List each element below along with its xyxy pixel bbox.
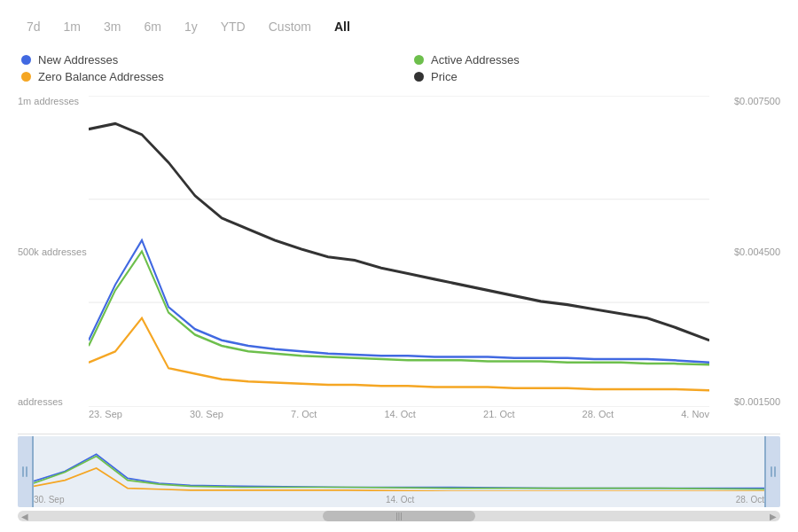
x-label-7: 4. Nov (681, 409, 709, 419)
mini-chart: 30. Sep 14. Oct 28. Oct (18, 436, 780, 507)
mini-left-handle[interactable] (18, 436, 34, 507)
x-label-3: 7. Oct (291, 409, 317, 419)
y-right-label-top: $0.007500 (734, 96, 780, 106)
legend-label-active-addresses: Active Addresses (431, 53, 520, 66)
legend-label-price: Price (431, 70, 458, 83)
mini-x-label-2: 14. Oct (386, 495, 414, 505)
x-label-6: 28. Oct (583, 409, 614, 419)
right-handle-icon (771, 466, 776, 477)
filter-btn-6m[interactable]: 6m (135, 16, 169, 37)
scrollbar-thumb[interactable]: ||| (323, 511, 475, 521)
mini-x-label-3: 28. Oct (736, 495, 764, 505)
chart-area: 1m addresses 500k addresses addresses $0… (18, 96, 780, 523)
mini-right-handle[interactable] (764, 436, 780, 507)
x-label-2: 30. Sep (190, 409, 223, 419)
chart-svg-container (89, 96, 709, 407)
filter-btn-ytd[interactable]: YTD (212, 16, 254, 37)
mini-x-label-1: 30. Sep (34, 495, 64, 505)
scrollbar-area: ◀ ||| ▶ (18, 509, 780, 523)
y-axis-left: 1m addresses 500k addresses addresses (18, 96, 87, 407)
scrollbar-right-arrow[interactable]: ▶ (770, 512, 777, 521)
time-filter-bar: 7d1m3m6m1yYTDCustomAll (18, 16, 780, 37)
filter-btn-1y[interactable]: 1y (176, 16, 207, 37)
chart-legend: New Addresses Active Addresses Zero Bala… (18, 53, 780, 83)
left-handle-icon (22, 466, 27, 477)
y-left-label-mid: 500k addresses (18, 246, 87, 257)
legend-label-new-addresses: New Addresses (38, 53, 118, 66)
legend-item-price: Price (414, 70, 780, 83)
legend-item-new-addresses: New Addresses (21, 53, 387, 66)
legend-dot-zero-balance (21, 72, 31, 82)
y-right-label-mid: $0.004500 (734, 246, 780, 257)
filter-btn-1m[interactable]: 1m (55, 16, 90, 37)
filter-btn-3m[interactable]: 3m (95, 16, 129, 37)
mini-chart-svg (34, 436, 764, 491)
scrollbar-thumb-indicator: ||| (395, 512, 402, 520)
x-axis: 23. Sep 30. Sep 7. Oct 14. Oct 21. Oct 2… (89, 409, 709, 434)
mini-x-axis: 30. Sep 14. Oct 28. Oct (34, 491, 764, 507)
legend-dot-price (414, 72, 424, 82)
x-label-1: 23. Sep (89, 409, 122, 419)
legend-label-zero-balance: Zero Balance Addresses (38, 70, 164, 83)
scrollbar-track[interactable]: ◀ ||| ▶ (18, 511, 780, 521)
y-left-label-bot: addresses (18, 396, 87, 407)
filter-btn-all[interactable]: All (325, 16, 359, 37)
filter-btn-custom[interactable]: Custom (260, 16, 320, 37)
main-chart: 1m addresses 500k addresses addresses $0… (18, 96, 780, 434)
mini-chart-inner (34, 436, 764, 491)
legend-item-active-addresses: Active Addresses (414, 53, 780, 66)
x-label-4: 14. Oct (384, 409, 415, 419)
y-axis-right: $0.007500 $0.004500 $0.001500 (734, 96, 780, 407)
legend-item-zero-balance: Zero Balance Addresses (21, 70, 387, 83)
y-right-label-bot: $0.001500 (734, 396, 780, 407)
y-left-label-top: 1m addresses (18, 96, 87, 106)
main-chart-svg (89, 96, 709, 407)
legend-dot-active-addresses (414, 55, 424, 65)
filter-btn-7d[interactable]: 7d (18, 16, 50, 37)
legend-dot-new-addresses (21, 55, 31, 65)
main-container: 7d1m3m6m1yYTDCustomAll New Addresses Act… (0, 0, 798, 532)
scrollbar-left-arrow[interactable]: ◀ (21, 512, 28, 521)
x-label-5: 21. Oct (483, 409, 514, 419)
